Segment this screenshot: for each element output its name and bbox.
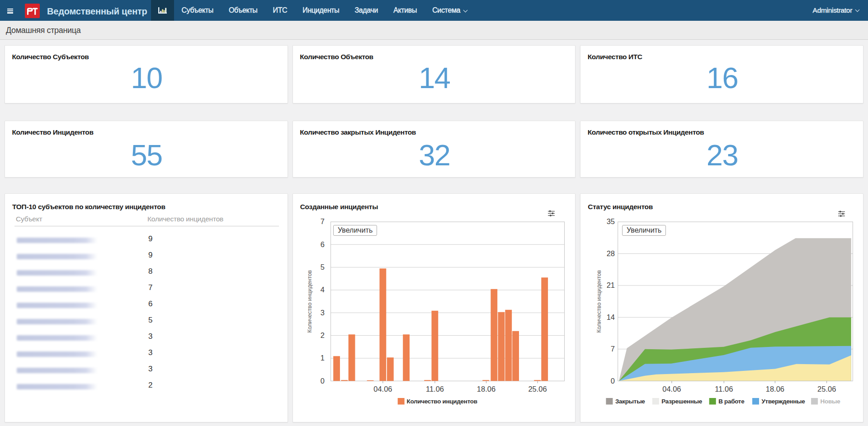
svg-text:14: 14	[607, 313, 615, 321]
svg-text:4: 4	[321, 286, 325, 294]
svg-text:3: 3	[321, 309, 325, 317]
svg-text:7: 7	[611, 345, 615, 353]
svg-text:25.06: 25.06	[528, 385, 547, 393]
svg-text:18.06: 18.06	[766, 385, 784, 393]
svg-text:6: 6	[321, 240, 325, 248]
svg-text:0: 0	[321, 377, 325, 385]
svg-text:11.06: 11.06	[715, 385, 733, 393]
svg-text:Закрытые: Закрытые	[615, 398, 645, 405]
svg-text:2: 2	[321, 331, 325, 339]
svg-text:Новые: Новые	[821, 398, 841, 405]
svg-text:Утвержденные: Утвержденные	[762, 398, 806, 405]
svg-text:18.06: 18.06	[477, 385, 495, 393]
svg-text:28: 28	[607, 249, 615, 257]
svg-text:21: 21	[607, 281, 615, 289]
svg-text:Количество инцидентов: Количество инцидентов	[307, 270, 313, 332]
svg-text:7: 7	[321, 218, 325, 226]
svg-text:Количество инцидентов: Количество инцидентов	[596, 270, 602, 332]
svg-text:1: 1	[321, 354, 325, 362]
svg-text:04.06: 04.06	[663, 385, 681, 393]
svg-text:0: 0	[611, 377, 615, 385]
svg-text:11.06: 11.06	[426, 385, 444, 393]
svg-text:04.06: 04.06	[373, 385, 392, 393]
svg-text:Количество инцидентов: Количество инцидентов	[406, 398, 477, 405]
svg-text:В работе: В работе	[718, 398, 745, 405]
svg-text:35: 35	[607, 218, 615, 226]
svg-text:25.06: 25.06	[817, 385, 836, 393]
svg-text:Разрешенные: Разрешенные	[662, 398, 703, 405]
svg-text:5: 5	[321, 263, 325, 271]
